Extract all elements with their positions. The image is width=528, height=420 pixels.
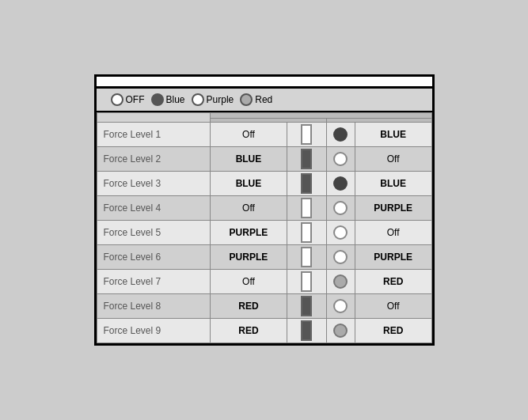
force-level-cell: Force Level 8 [97, 294, 211, 319]
round-led-text: PURPLE [355, 245, 431, 270]
round-led-text: PURPLE [355, 196, 431, 221]
force-level-cell: Force Level 9 [97, 319, 211, 343]
round-led-text: RED [355, 270, 431, 294]
force-level-cell: Force Level 2 [97, 147, 211, 172]
round-led-visual [326, 123, 355, 147]
chart-title [97, 77, 432, 89]
round-led-visual [326, 172, 355, 196]
table-row: Force Level 8REDOff [97, 294, 431, 319]
led-red-icon [240, 93, 253, 106]
round-led-text: Off [355, 147, 431, 172]
long-led-text: RED [211, 319, 287, 343]
round-led-text: BLUE [355, 123, 431, 147]
long-led-visual [287, 172, 326, 196]
col-powerhead-header [211, 113, 431, 119]
table-row: Force Level 5PURPLEOff [97, 221, 431, 245]
table-row: Force Level 6PURPLEPURPLE [97, 245, 431, 270]
force-level-cell: Force Level 5 [97, 221, 211, 245]
force-level-cell: Force Level 4 [97, 196, 211, 221]
round-led-visual [326, 270, 355, 294]
table-row: Force Level 7OffRED [97, 270, 431, 294]
force-level-cell: Force Level 6 [97, 245, 211, 270]
round-led-text: Off [355, 294, 431, 319]
table-row: Force Level 4OffPURPLE [97, 196, 431, 221]
long-led-text: RED [211, 294, 287, 319]
long-led-visual [287, 221, 326, 245]
round-led-text: Off [355, 221, 431, 245]
legend-red-label: Red [255, 94, 272, 105]
long-led-text: Off [211, 270, 287, 294]
col-force-header [97, 113, 211, 123]
long-led-text: PURPLE [211, 221, 287, 245]
legend-purple-label: Purple [207, 94, 234, 105]
round-led-visual [326, 319, 355, 343]
round-led-visual [326, 294, 355, 319]
legend-off-label: OFF [126, 94, 145, 105]
long-led-text: PURPLE [211, 245, 287, 270]
table-row: Force Level 3BLUEBLUE [97, 172, 431, 196]
long-led-visual [287, 270, 326, 294]
force-level-cell: Force Level 3 [97, 172, 211, 196]
round-led-visual [326, 221, 355, 245]
led-blue-icon [151, 93, 164, 106]
legend-off: OFF [111, 93, 145, 106]
force-level-cell: Force Level 1 [97, 123, 211, 147]
legend-blue-label: Blue [166, 94, 185, 105]
force-level-cell: Force Level 7 [97, 270, 211, 294]
long-led-text: BLUE [211, 172, 287, 196]
long-led-text: Off [211, 123, 287, 147]
round-led-visual [326, 245, 355, 270]
long-led-text: BLUE [211, 147, 287, 172]
round-led-text: BLUE [355, 172, 431, 196]
led-off-icon [111, 93, 123, 106]
long-led-text: Off [211, 196, 287, 221]
round-led-visual [326, 196, 355, 221]
table-row: Force Level 2BLUEOff [97, 147, 431, 172]
round-led-visual [326, 147, 355, 172]
chart-container: OFF Blue Purple Red Force Level 1Off [94, 74, 435, 346]
force-table: Force Level 1OffBLUEForce Level 2BLUEOff… [97, 112, 432, 343]
led-purple-icon [192, 93, 204, 106]
long-led-visual [287, 196, 326, 221]
led-legend: OFF Blue Purple Red [97, 89, 432, 112]
long-led-visual [287, 319, 326, 343]
round-led-text: RED [355, 319, 431, 343]
legend-red: Red [240, 93, 272, 106]
long-led-visual [287, 245, 326, 270]
table-row: Force Level 1OffBLUE [97, 123, 431, 147]
legend-purple: Purple [192, 93, 234, 106]
long-led-visual [287, 147, 326, 172]
long-led-visual [287, 123, 326, 147]
long-led-visual [287, 294, 326, 319]
legend-blue: Blue [151, 93, 185, 106]
table-row: Force Level 9REDRED [97, 319, 431, 343]
